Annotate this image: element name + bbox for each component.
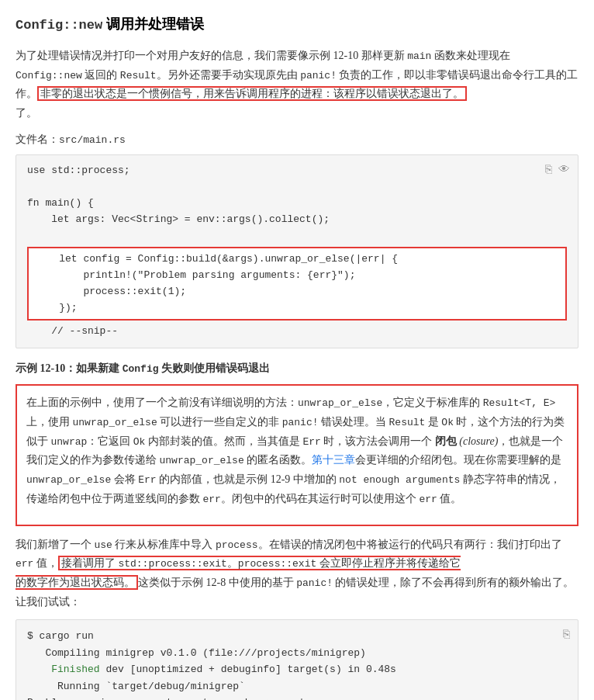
code-line-3: let args: Vec<String> = env::args().coll… [27, 212, 567, 228]
code-block: ⎘ 👁 use std::process; fn main() { let ar… [16, 154, 578, 348]
chapter-link[interactable]: 第十三章 [312, 454, 355, 466]
terminal-line-3: Finished dev [unoptimized + debuginfo] t… [27, 661, 567, 677]
example-label: 示例 12-10：如果新建 Config 失败则使用错误码退出 [16, 359, 578, 378]
inline-highlight-1: 接着调用了 std::process::exit。process::exit 会… [16, 556, 461, 590]
code-icons: ⎘ 👁 [545, 161, 570, 180]
terminal-line-5: Problem parsing arguments: not enough ar… [27, 695, 567, 700]
eye-icon[interactable]: 👁 [558, 161, 570, 180]
code-highlighted-block: let config = Config::build(&args).unwrap… [27, 247, 567, 321]
terminal-block: ⎘ $ cargo run Compiling minigrep v0.1.0 … [16, 619, 578, 700]
body-content-box: 在上面的示例中，使用了一个之前没有详细说明的方法：unwrap_or_else，… [16, 384, 578, 526]
title-code: Config::new [16, 18, 102, 33]
code-line-snip: // --snip-- [27, 324, 567, 340]
body-para-2: 我们新增了一个 use 行来从标准库中导入 process。在错误的情况闭包中将… [16, 535, 578, 612]
terminal-line-2: Compiling minigrep v0.1.0 (file:///proje… [27, 645, 567, 661]
terminal-line-4: Running `target/debug/minigrep` [27, 678, 567, 695]
not-enough-highlight: enough [215, 697, 251, 700]
terminal-line-1: $ cargo run [27, 628, 567, 644]
page-title: Config::new 调用并处理错误 [16, 12, 578, 37]
file-label: 文件名：src/main.rs [16, 130, 578, 150]
terminal-copy-icon[interactable]: ⎘ [563, 626, 570, 646]
copy-icon[interactable]: ⎘ [545, 161, 552, 180]
code-line-2: fn main() { [27, 196, 567, 212]
body-para-1: 在上面的示例中，使用了一个之前没有详细说明的方法：unwrap_or_else，… [26, 393, 568, 509]
intro-highlight: 非零的退出状态是一个惯例信号，用来告诉调用程序的进程：该程序以错误状态退出了。 [37, 86, 467, 101]
intro-paragraph: 为了处理错误情况并打印一个对用户友好的信息，我们需要像示例 12-10 那样更新… [16, 47, 578, 123]
code-line-1: use std::process; [27, 163, 567, 179]
